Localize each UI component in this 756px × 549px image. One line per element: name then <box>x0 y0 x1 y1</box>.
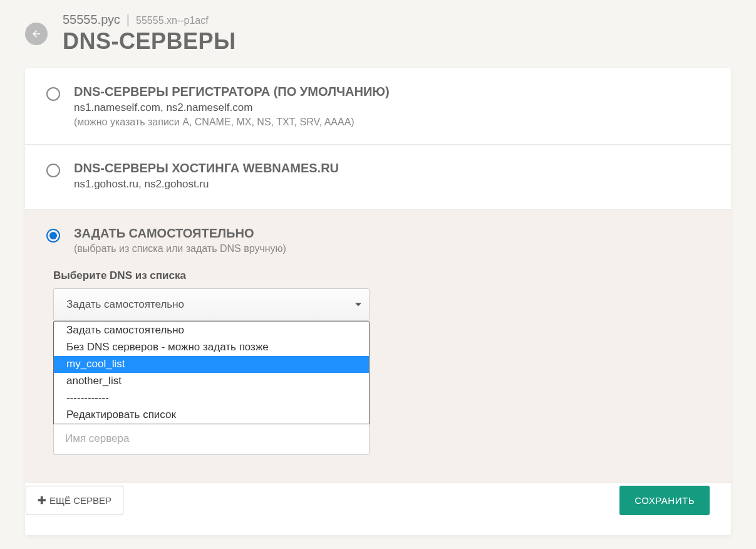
chevron-down-icon <box>355 303 361 306</box>
select-dns-label: Выберите DNS из списка <box>53 269 710 282</box>
back-button[interactable] <box>25 23 48 45</box>
option-title: ЗАДАТЬ САМОСТОЯТЕЛЬНО <box>74 226 710 241</box>
dns-option-registrar[interactable]: DNS-СЕРВЕРЫ РЕГИСТРАТОРА (ПО УМОЛЧАНИЮ) … <box>25 68 731 145</box>
option-hint: (можно указать записи A, CNAME, MX, NS, … <box>74 117 710 128</box>
dns-option-custom[interactable]: ЗАДАТЬ САМОСТОЯТЕЛЬНО (выбрать из списка… <box>25 210 731 483</box>
save-button[interactable]: СОХРАНИТЬ <box>619 486 710 515</box>
page-title: DNS-СЕРВЕРЫ <box>63 28 236 55</box>
option-title: DNS-СЕРВЕРЫ РЕГИСТРАТОРА (ПО УМОЛЧАНИЮ) <box>74 85 710 99</box>
option-title: DNS-СЕРВЕРЫ ХОСТИНГА WEBNAMES.RU <box>74 161 710 175</box>
dns-list-dropdown: Задать самостоятельно Без DNS серверов -… <box>53 322 370 424</box>
breadcrumb: 55555.рус | 55555.xn--p1acf <box>63 13 236 27</box>
radio-registrar[interactable] <box>46 87 60 101</box>
arrow-left-icon <box>31 28 42 39</box>
server-name-input[interactable] <box>53 422 370 455</box>
option-servers: ns1.nameself.com, ns2.nameself.com <box>74 102 710 114</box>
select-value: Задать самостоятельно <box>66 298 184 311</box>
option-servers: ns1.gohost.ru, ns2.gohost.ru <box>74 178 710 191</box>
dropdown-option[interactable]: another_list <box>54 373 369 390</box>
radio-custom[interactable] <box>46 229 60 243</box>
dns-list-select[interactable]: Задать самостоятельно <box>53 288 370 321</box>
radio-hosting[interactable] <box>46 164 60 177</box>
option-hint: (выбрать из списка или задать DNS вручну… <box>74 243 710 254</box>
add-server-button[interactable]: ✚ ЕЩЁ СЕРВЕР <box>26 486 123 515</box>
domain-punycode: 55555.xn--p1acf <box>136 15 209 26</box>
dropdown-option[interactable]: Задать самостоятельно <box>54 322 369 339</box>
dropdown-option-separator: ------------ <box>54 390 369 407</box>
page-header: 55555.рус | 55555.xn--p1acf DNS-СЕРВЕРЫ <box>25 11 731 55</box>
add-server-label: ЕЩЁ СЕРВЕР <box>49 495 111 506</box>
dns-settings-card: DNS-СЕРВЕРЫ РЕГИСТРАТОРА (ПО УМОЛЧАНИЮ) … <box>25 68 731 535</box>
domain-display: 55555.рус <box>63 13 120 27</box>
dropdown-option-edit-list[interactable]: Редактировать список <box>54 407 369 424</box>
breadcrumb-separator: | <box>127 13 130 27</box>
dns-option-hosting[interactable]: DNS-СЕРВЕРЫ ХОСТИНГА WEBNAMES.RU ns1.goh… <box>25 145 731 210</box>
dropdown-option[interactable]: Без DNS серверов - можно задать позже <box>54 339 369 356</box>
dropdown-option[interactable]: my_cool_list <box>54 356 369 373</box>
plus-icon: ✚ <box>38 494 46 506</box>
